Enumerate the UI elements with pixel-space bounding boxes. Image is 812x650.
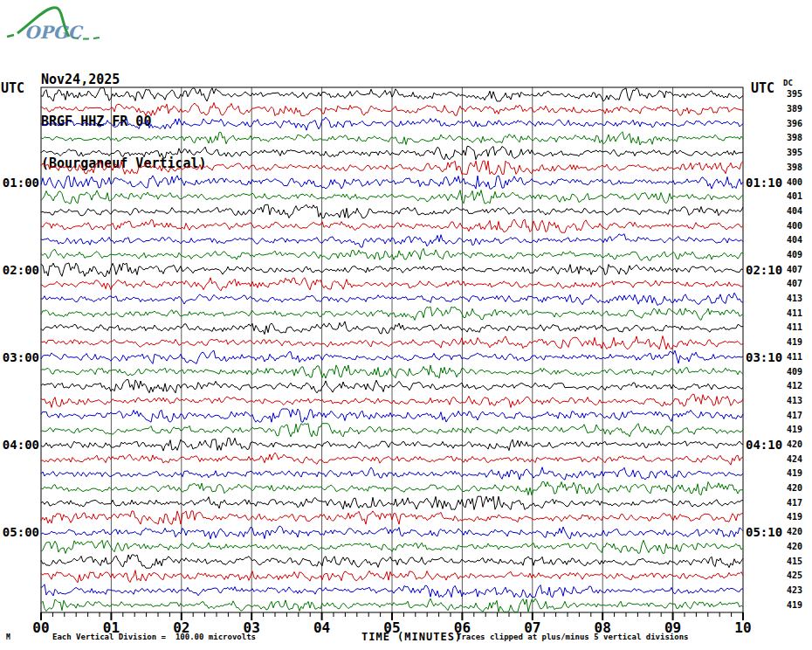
right-hour-label: 05:10 [746,525,782,539]
left-hour-label: 05:00 [0,525,39,539]
dc-offset-value: 413 [787,396,812,405]
dc-offset-value: 415 [787,557,812,566]
dc-offset-value: 420 [787,483,812,493]
dc-offset-value: 400 [787,221,812,231]
clip-note: Traces clipped at plus/minus 5 vertical … [457,633,689,641]
dc-offset-value: 412 [787,381,812,391]
scale-note: Each Vertical Division = 100.00 microvol… [52,633,256,641]
dc-offset-value: 419 [787,337,812,347]
right-hour-label: 03:10 [746,350,782,364]
dc-offset-value: 411 [787,308,812,318]
dc-offset-value: 424 [787,454,812,464]
dc-offset-value: 398 [787,162,812,172]
corner-mark: M [6,633,10,641]
dc-offset-value: 425 [787,570,812,580]
dc-offset-value: 401 [787,191,812,201]
dc-offset-value: 407 [787,265,812,274]
x-tick-label: 00 [27,619,55,636]
dc-offset-value: 404 [787,206,812,216]
webicorder-page: OPGC Nov24,2025 BRGF HHZ FR 00 (Bourgane… [0,0,812,650]
left-hour-label: 01:00 [0,176,39,190]
dc-offset-value: 404 [787,235,812,245]
dc-offset-value: 398 [787,133,812,142]
left-hour-label: 03:00 [0,350,39,364]
dc-offset-value: 411 [787,322,812,332]
x-axis-title: TIME (MINUTES) [361,631,462,643]
x-tick-label: 10 [729,619,757,636]
dc-offset-value: 419 [787,468,812,478]
dc-offset-value: 420 [787,542,812,551]
dc-offset-value: 389 [787,104,812,114]
right-hour-label: 02:10 [746,263,782,277]
dc-offset-value: 420 [787,527,812,536]
dc-offset-value: 419 [787,425,812,434]
dc-offset-value: 419 [787,512,812,522]
dc-offset-value: 423 [787,585,812,595]
dc-offset-value: 417 [787,411,812,420]
right-hour-label: 04:10 [746,438,782,452]
dc-offset-value: 411 [787,352,812,362]
right-hour-label: 01:10 [746,176,782,190]
left-hour-label: 02:00 [0,263,39,277]
left-hour-label: 04:00 [0,438,39,452]
dc-offset-value: 409 [787,250,812,259]
dc-offset-value: 407 [787,279,812,288]
dc-offset-value: 419 [787,600,812,610]
dc-offset-value: 395 [787,148,812,157]
helicorder-plot [0,0,812,650]
dc-offset-value: 420 [787,439,812,449]
dc-offset-value: 413 [787,294,812,303]
dc-offset-value: 400 [787,177,812,187]
dc-offset-value: 395 [787,89,812,99]
dc-offset-value: 417 [787,498,812,508]
dc-offset-value: 409 [787,367,812,377]
x-tick-label: 04 [308,619,336,636]
dc-offset-value: 396 [787,119,812,128]
